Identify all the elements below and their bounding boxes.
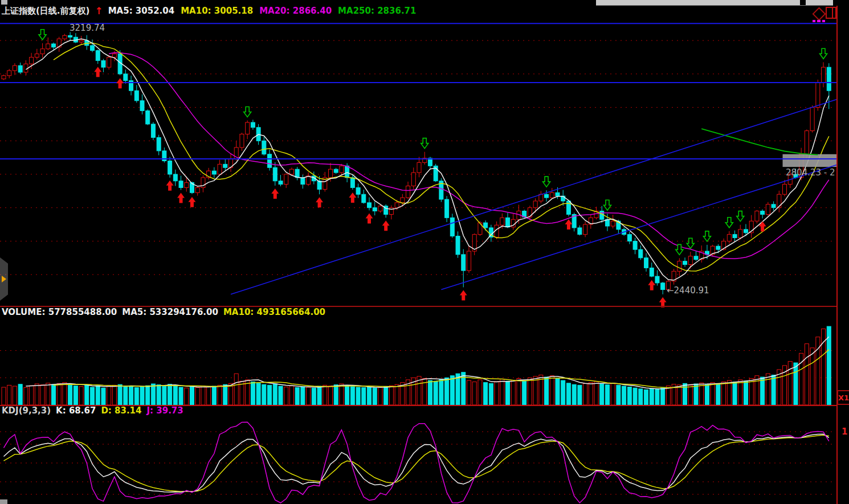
vol-header-items-item-MA5: MA5: 533294176.00 [122,307,218,317]
vol-header-items-item-MA10: MA10: 493165664.00 [223,307,325,317]
kdj-axis-value: 1 [842,427,847,437]
window-top-strip-right [596,0,833,6]
bottom-price-label: ←2440.91 [667,285,709,296]
volume-pane[interactable] [0,307,836,405]
main-header-items-item-MA20: MA20: 2866.40 [259,6,332,16]
symbol-title: 上证指数(日线.前复权) [2,6,89,17]
trend-up-icon: ↑ [95,7,103,15]
kdj-header-items-item-K: K: 68.67 [56,405,96,416]
kdj-indicator-header: KDJ(9,3,3)K: 68.67D: 83.14J: 39.73 [2,405,183,416]
main-indicator-header: 上证指数(日线.前复权) ↑ MA5: 3052.04MA10: 3005.18… [2,5,416,17]
split-window-right [833,8,835,18]
volume-indicator-header: VOLUME: 577855488.00MA5: 533294176.00MA1… [2,307,325,317]
window-corner [0,499,7,504]
kdj-header-items-item-KDJ: KDJ(9,3,3) [2,405,51,416]
main-header-items-item-MA250: MA250: 2836.71 [338,6,416,16]
main-header-items-item-MA10: MA10: 3005.18 [181,6,253,16]
split-window-left [827,8,833,18]
window-top-strip-notch [800,0,806,5]
main-chart-pane[interactable] [0,17,836,306]
expand-arrow-icon [2,276,6,282]
more-options-icon[interactable] [813,20,825,23]
right-axis-line [836,6,838,504]
split-window-icon[interactable] [826,7,836,19]
main-header-items-item-MA5: MA5: 3052.04 [108,6,175,16]
volume-scale-label: X1 [837,390,849,405]
volume-values: VOLUME: 577855488.00MA5: 533294176.00MA1… [2,307,325,317]
peak-price-label: 3219.74 [70,23,105,33]
kdj-pane[interactable] [0,406,836,504]
kdj-header-items-item-D: D: 83.14 [101,405,141,416]
kdj-values: KDJ(9,3,3)K: 68.67D: 83.14J: 39.73 [2,405,183,416]
quote-range-label: 2804.23 - 2 [786,167,849,178]
ma-values: MA5: 3052.04MA10: 3005.18MA20: 2866.40MA… [108,6,417,16]
trading-app-window: { "main_header": { "title": "上证指数(日线.前复权… [0,0,849,504]
vol-header-items-item-VOLUME: VOLUME: 577855488.00 [2,307,117,317]
kdj-header-items-item-J: J: 39.73 [147,405,183,416]
sidebar-expand-tab[interactable] [0,257,8,301]
window-top-strip-left [1,0,7,5]
